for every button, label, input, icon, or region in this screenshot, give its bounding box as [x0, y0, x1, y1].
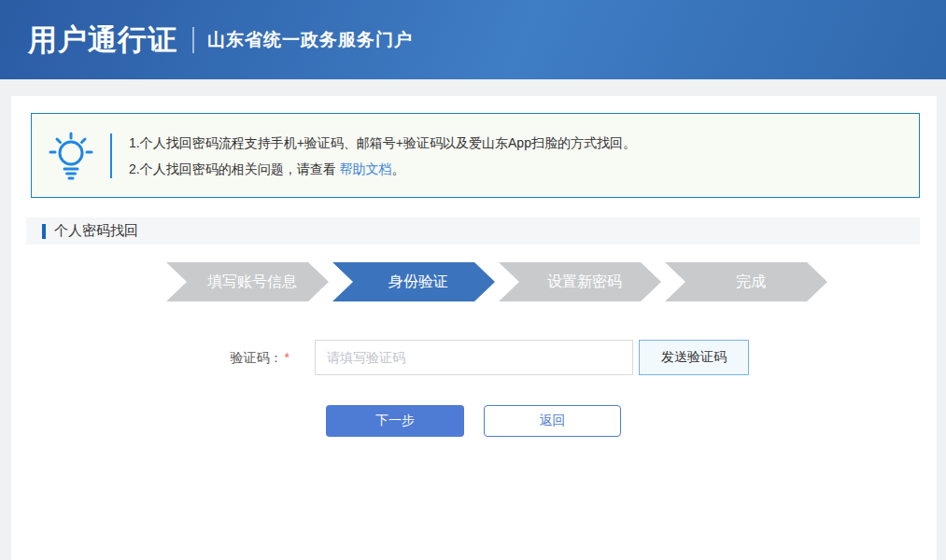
- notice-line-1: 1.个人找回密码流程支持手机+验证码、邮箱号+验证码以及爱山东App扫脸的方式找…: [129, 130, 636, 156]
- lightbulb-icon: [32, 130, 110, 182]
- send-code-button[interactable]: 发送验证码: [639, 340, 749, 375]
- notice-line-2: 2.个人找回密码的相关问题，请查看 帮助文档。: [129, 156, 636, 182]
- step-fill-account-info: 填写账号信息: [166, 262, 329, 301]
- step-complete: 完成: [665, 262, 827, 301]
- next-step-button[interactable]: 下一步: [326, 405, 464, 437]
- section-title-bar: 个人密码找回: [26, 217, 920, 245]
- notice-box: 1.个人找回密码流程支持手机+验证码、邮箱号+验证码以及爱山东App扫脸的方式找…: [31, 113, 920, 198]
- portal-title: 用户通行证: [28, 21, 177, 60]
- section-accent-bar: [42, 224, 46, 239]
- page-header: 用户通行证 山东省统一政务服务门户: [0, 0, 946, 79]
- step-identity-verification: 身份验证: [332, 262, 495, 301]
- section-title: 个人密码找回: [54, 222, 138, 240]
- help-doc-link[interactable]: 帮助文档: [340, 161, 392, 176]
- portal-subtitle: 山东省统一政务服务门户: [207, 28, 413, 52]
- header-divider: [192, 27, 194, 53]
- notice-text: 1.个人找回密码流程支持手机+验证码、邮箱号+验证码以及爱山东App扫脸的方式找…: [112, 130, 636, 182]
- step-wizard: 填写账号信息 身份验证 设置新密码 完成: [166, 262, 827, 301]
- back-button[interactable]: 返回: [484, 405, 621, 437]
- main-panel: 1.个人找回密码流程支持手机+验证码、邮箱号+验证码以及爱山东App扫脸的方式找…: [11, 96, 937, 560]
- step-set-new-password: 设置新密码: [499, 262, 661, 301]
- captcha-input[interactable]: [315, 340, 633, 375]
- required-marker: *: [285, 350, 289, 365]
- captcha-label: 验证码：*: [103, 340, 289, 375]
